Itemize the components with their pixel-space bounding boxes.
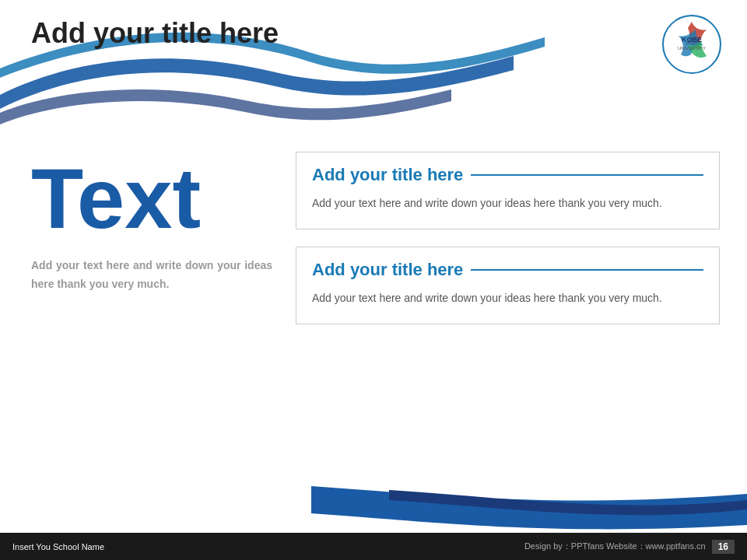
footer-school-name: Insert You School Name [12,542,104,551]
swoosh-bottom-decoration [0,486,747,533]
card-1-title: Add your title here [312,165,463,185]
card-2-body: Add your text here and write down your i… [312,289,703,308]
card-1-title-line [471,174,703,176]
card-2-title-area: Add your title here [312,260,703,280]
svg-text:KOBE: KOBE [682,36,702,44]
card-2: Add your title here Add your text here a… [296,247,720,324]
logo-area: KOBE UNIVERSITY [661,14,724,76]
footer-bar: Insert You School Name Design by：PPTfans… [0,533,747,560]
svg-text:UNIVERSITY: UNIVERSITY [678,46,706,51]
left-content: Text Add your text here and write down y… [31,156,272,294]
big-text: Text [31,156,272,241]
right-content: Add your title here Add your text here a… [296,152,720,341]
card-2-title-line [471,269,703,271]
main-title: Add your title here [31,17,279,50]
card-1: Add your title here Add your text here a… [296,152,720,229]
left-body-text: Add your text here and write down your i… [31,257,272,294]
page-number: 16 [712,540,735,554]
footer-credits: Design by：PPTfans Website：www.pptfans.cn [524,541,706,552]
card-1-body: Add your text here and write down your i… [312,194,703,213]
card-2-title: Add your title here [312,260,463,280]
card-1-title-area: Add your title here [312,165,703,185]
footer-right: Design by：PPTfans Website：www.pptfans.cn… [524,540,735,554]
